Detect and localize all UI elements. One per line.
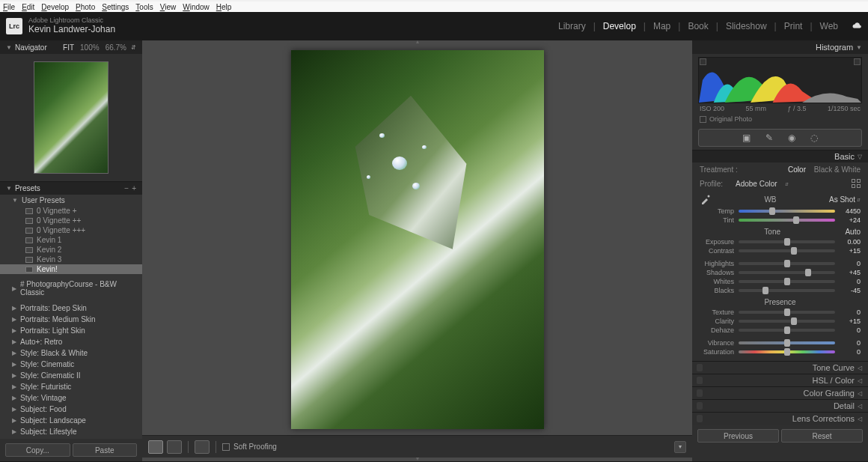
tone-header: ToneAuto [700, 225, 861, 237]
paste-button[interactable]: Paste [73, 443, 138, 457]
module-develop[interactable]: Develop [603, 21, 636, 31]
menu-edit[interactable]: Edit [22, 3, 34, 11]
navigator-title: Navigator [15, 43, 47, 52]
panel-detail[interactable]: Detail◁ [692, 399, 868, 412]
navigator-header[interactable]: ▼ Navigator FIT 100% 66.7% ⇵ [0, 40, 142, 54]
cloud-icon[interactable] [852, 20, 862, 33]
preset-item[interactable]: 0 Vignette +++ [0, 225, 142, 235]
menu-view[interactable]: View [160, 3, 177, 11]
wb-picker-icon[interactable] [700, 193, 712, 205]
right-panel: Histogram▼ ISO 200 55 mm ƒ / 3.5 1/ [692, 40, 868, 461]
toolbar-dropdown[interactable]: ▾ [674, 441, 686, 453]
zoom-100[interactable]: 100% [80, 43, 100, 52]
chevron-down-icon: ▼ [6, 44, 12, 51]
vibrance-slider[interactable]: Vibrance0 [700, 338, 861, 347]
module-map[interactable]: Map [653, 21, 670, 31]
preset-group-bw[interactable]: ▶# PhotographyCourse - B&W Classic [0, 279, 142, 298]
minus-icon[interactable]: − [124, 184, 129, 192]
preset-group[interactable]: ▶Portraits: Deep Skin [0, 303, 142, 314]
clarity-slider[interactable]: Clarity+15 [700, 317, 861, 326]
module-web[interactable]: Web [820, 21, 838, 31]
loupe-view-button[interactable] [148, 440, 163, 454]
plus-icon[interactable]: + [132, 184, 136, 192]
dehaze-slider[interactable]: Dehaze0 [700, 326, 861, 335]
preset-group-user[interactable]: ▼User Presets [0, 195, 142, 206]
image-canvas[interactable] [142, 44, 692, 435]
module-slideshow[interactable]: Slideshow [726, 21, 767, 31]
panel-collapse-bottom[interactable]: ▾ [142, 458, 692, 461]
preset-item[interactable]: Kevin 1 [0, 235, 142, 245]
tint-slider[interactable]: Tint+24 [700, 216, 861, 225]
chevron-updown-icon[interactable]: ⇵ [131, 44, 136, 51]
shadows-slider[interactable]: Shadows+45 [700, 268, 861, 277]
whites-slider[interactable]: Whites0 [700, 277, 861, 286]
preset-item[interactable]: Kevin! [0, 264, 142, 274]
menu-tools[interactable]: Tools [135, 3, 153, 11]
module-book[interactable]: Book [688, 21, 708, 31]
before-after-button[interactable] [167, 440, 182, 454]
preset-item[interactable]: 0 Vignette ++ [0, 216, 142, 225]
navigator-preview[interactable] [0, 54, 142, 181]
preset-group[interactable]: ▶Portraits: Medium Skin [0, 314, 142, 325]
before-after-swap-button[interactable] [195, 440, 210, 454]
masking-tool-icon[interactable]: ◌ [810, 133, 818, 143]
menu-photo[interactable]: Photo [76, 3, 95, 11]
zoom-fit[interactable]: FIT [63, 43, 74, 52]
profile-browse-icon[interactable] [852, 179, 861, 188]
menu-develop[interactable]: Develop [41, 3, 69, 11]
preset-group[interactable]: ▶Portraits: Light Skin [0, 325, 142, 336]
reset-button[interactable]: Reset [781, 429, 863, 443]
heal-tool-icon[interactable]: ✎ [765, 133, 773, 143]
original-photo-checkbox[interactable] [700, 116, 706, 123]
presence-header: Presence [700, 295, 861, 308]
panel-lens-corrections[interactable]: Lens Corrections◁ [692, 412, 868, 425]
preset-group[interactable]: ▶Subject: Lifestyle [0, 426, 142, 437]
preset-group[interactable]: ▶Style: Cinematic II [0, 370, 142, 381]
menu-help[interactable]: Help [216, 3, 232, 11]
profile-row: Profile: Adobe Color ⇵ [692, 177, 868, 190]
preset-group[interactable]: ▶Subject: Food [0, 404, 142, 415]
soft-proof-checkbox[interactable] [222, 443, 230, 451]
copy-button[interactable]: Copy... [5, 443, 70, 457]
module-print[interactable]: Print [784, 21, 803, 31]
previous-button[interactable]: Previous [697, 429, 779, 443]
saturation-slider[interactable]: Saturation0 [700, 347, 861, 356]
preset-group[interactable]: ▶Style: Black & White [0, 347, 142, 359]
histogram-chart[interactable] [698, 57, 862, 103]
menu-settings[interactable]: Settings [102, 3, 129, 11]
treatment-bw[interactable]: Black & White [814, 165, 861, 174]
preset-group[interactable]: ▶Style: Futuristic [0, 381, 142, 392]
menu-file[interactable]: File [3, 3, 15, 11]
panel-color-grading[interactable]: Color Grading◁ [692, 386, 868, 399]
treatment-color[interactable]: Color [788, 165, 806, 174]
preset-group[interactable]: ▶Style: Cinematic [0, 359, 142, 370]
preset-group[interactable]: ▶Style: Vintage [0, 392, 142, 404]
menu-window[interactable]: Window [183, 3, 210, 11]
preset-group[interactable]: ▶Subject: Landscape [0, 415, 142, 426]
blacks-slider[interactable]: Blacks-45 [700, 286, 861, 295]
contrast-slider[interactable]: Contrast+15 [700, 246, 861, 255]
zoom-levels: FIT 100% 66.7% [63, 43, 126, 52]
focal-value: 55 mm [745, 105, 766, 112]
soft-proofing-label: Soft Proofing [233, 443, 277, 451]
module-library[interactable]: Library [558, 21, 586, 31]
redeye-tool-icon[interactable]: ◉ [788, 133, 795, 143]
panel-tone-curve[interactable]: Tone Curve◁ [692, 361, 868, 374]
highlights-slider[interactable]: Highlights0 [700, 259, 861, 268]
basic-header[interactable]: Basic▽ [692, 150, 868, 162]
temp-slider[interactable]: Temp4450 [700, 207, 861, 216]
exposure-slider[interactable]: Exposure0.00 [700, 237, 861, 246]
wb-value[interactable]: As Shot [829, 195, 855, 204]
auto-button[interactable]: Auto [845, 228, 861, 236]
preset-item[interactable]: Kevin 3 [0, 255, 142, 264]
profile-value[interactable]: Adobe Color [736, 180, 777, 188]
panel-hsl-color[interactable]: HSL / Color◁ [692, 374, 868, 386]
preset-item[interactable]: 0 Vignette + [0, 206, 142, 216]
preset-group[interactable]: ▶Auto+: Retro [0, 336, 142, 347]
crop-tool-icon[interactable]: ▣ [742, 133, 751, 143]
presets-header[interactable]: ▼ Presets −+ [0, 181, 142, 195]
preset-item[interactable]: Kevin 2 [0, 245, 142, 255]
texture-slider[interactable]: Texture0 [700, 308, 861, 317]
histogram-header[interactable]: Histogram▼ [692, 40, 868, 54]
zoom-custom[interactable]: 66.7% [106, 43, 126, 52]
